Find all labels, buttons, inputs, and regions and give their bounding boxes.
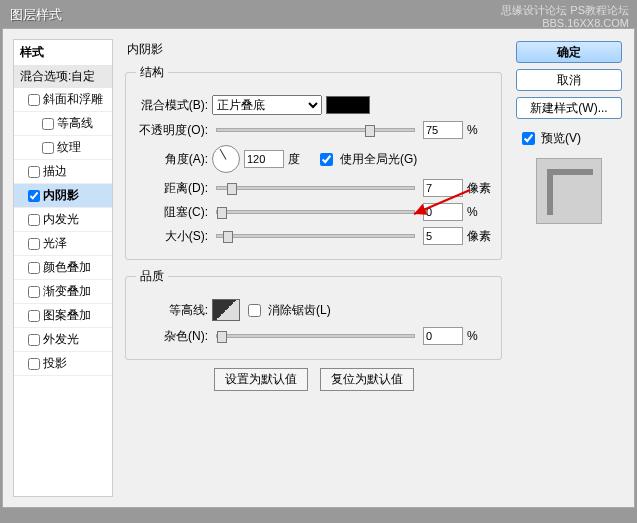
style-checkbox[interactable] xyxy=(28,358,40,370)
noise-label: 杂色(N): xyxy=(136,328,208,345)
opacity-unit: % xyxy=(467,123,491,137)
styles-header[interactable]: 样式 xyxy=(14,40,112,65)
style-checkbox[interactable] xyxy=(28,238,40,250)
angle-dial[interactable] xyxy=(212,145,240,173)
contour-picker[interactable] xyxy=(212,299,240,321)
distance-input[interactable] xyxy=(423,179,463,197)
quality-group: 品质 等高线: 消除锯齿(L) 杂色(N): % xyxy=(125,268,502,360)
distance-unit: 像素 xyxy=(467,180,491,197)
choke-unit: % xyxy=(467,205,491,219)
style-checkbox[interactable] xyxy=(28,94,40,106)
size-input[interactable] xyxy=(423,227,463,245)
opacity-slider[interactable] xyxy=(216,128,415,132)
style-label: 内阴影 xyxy=(43,187,79,204)
choke-slider[interactable] xyxy=(216,210,415,214)
style-item[interactable]: 外发光 xyxy=(14,328,112,352)
choke-label: 阻塞(C): xyxy=(136,204,208,221)
styles-list: 样式 混合选项:自定 斜面和浮雕等高线纹理描边内阴影内发光光泽颜色叠加渐变叠加图… xyxy=(13,39,113,497)
style-item[interactable]: 渐变叠加 xyxy=(14,280,112,304)
style-checkbox[interactable] xyxy=(28,190,40,202)
opacity-label: 不透明度(O): xyxy=(136,122,208,139)
global-light-checkbox[interactable] xyxy=(320,153,333,166)
effect-title: 内阴影 xyxy=(123,39,504,64)
quality-legend: 品质 xyxy=(136,268,168,285)
structure-group: 结构 混合模式(B): 正片叠底 不透明度(O): % 角度(A): 度 xyxy=(125,64,502,260)
style-item[interactable]: 内发光 xyxy=(14,208,112,232)
style-item[interactable]: 斜面和浮雕 xyxy=(14,88,112,112)
style-label: 等高线 xyxy=(57,115,93,132)
color-swatch[interactable] xyxy=(326,96,370,114)
antialias-label: 消除锯齿(L) xyxy=(268,302,331,319)
style-label: 纹理 xyxy=(57,139,81,156)
size-slider[interactable] xyxy=(216,234,415,238)
angle-unit: 度 xyxy=(288,151,312,168)
choke-input[interactable] xyxy=(423,203,463,221)
style-checkbox[interactable] xyxy=(28,334,40,346)
size-label: 大小(S): xyxy=(136,228,208,245)
blend-mode-label: 混合模式(B): xyxy=(136,97,208,114)
reset-default-button[interactable]: 复位为默认值 xyxy=(320,368,414,391)
blending-options[interactable]: 混合选项:自定 xyxy=(14,65,112,88)
angle-label: 角度(A): xyxy=(136,151,208,168)
noise-unit: % xyxy=(467,329,491,343)
noise-slider[interactable] xyxy=(216,334,415,338)
style-item[interactable]: 投影 xyxy=(14,352,112,376)
style-item[interactable]: 颜色叠加 xyxy=(14,256,112,280)
style-checkbox[interactable] xyxy=(42,118,54,130)
style-item[interactable]: 等高线 xyxy=(14,112,112,136)
style-checkbox[interactable] xyxy=(28,166,40,178)
watermark: 思缘设计论坛 PS教程论坛 BBS.16XX8.COM xyxy=(501,4,629,30)
style-label: 光泽 xyxy=(43,235,67,252)
style-item[interactable]: 图案叠加 xyxy=(14,304,112,328)
style-checkbox[interactable] xyxy=(28,310,40,322)
action-column: 确定 取消 新建样式(W)... 预览(V) xyxy=(514,39,624,497)
style-checkbox[interactable] xyxy=(42,142,54,154)
style-label: 内发光 xyxy=(43,211,79,228)
distance-label: 距离(D): xyxy=(136,180,208,197)
preview-thumbnail xyxy=(536,158,602,224)
cancel-button[interactable]: 取消 xyxy=(516,69,622,91)
settings-panel: 内阴影 结构 混合模式(B): 正片叠底 不透明度(O): % 角度(A): xyxy=(117,39,510,497)
style-checkbox[interactable] xyxy=(28,214,40,226)
style-item[interactable]: 描边 xyxy=(14,160,112,184)
structure-legend: 结构 xyxy=(136,64,168,81)
noise-input[interactable] xyxy=(423,327,463,345)
blend-mode-select[interactable]: 正片叠底 xyxy=(212,95,322,115)
style-label: 图案叠加 xyxy=(43,307,91,324)
style-item[interactable]: 纹理 xyxy=(14,136,112,160)
style-checkbox[interactable] xyxy=(28,286,40,298)
dialog-body: 样式 混合选项:自定 斜面和浮雕等高线纹理描边内阴影内发光光泽颜色叠加渐变叠加图… xyxy=(2,28,635,508)
style-label: 外发光 xyxy=(43,331,79,348)
preview-checkbox[interactable] xyxy=(522,132,535,145)
opacity-input[interactable] xyxy=(423,121,463,139)
style-checkbox[interactable] xyxy=(28,262,40,274)
style-item[interactable]: 光泽 xyxy=(14,232,112,256)
new-style-button[interactable]: 新建样式(W)... xyxy=(516,97,622,119)
style-label: 斜面和浮雕 xyxy=(43,91,103,108)
style-item[interactable]: 内阴影 xyxy=(14,184,112,208)
size-unit: 像素 xyxy=(467,228,491,245)
angle-input[interactable] xyxy=(244,150,284,168)
antialias-checkbox[interactable] xyxy=(248,304,261,317)
contour-label: 等高线: xyxy=(136,302,208,319)
style-label: 投影 xyxy=(43,355,67,372)
style-label: 描边 xyxy=(43,163,67,180)
style-label: 颜色叠加 xyxy=(43,259,91,276)
style-label: 渐变叠加 xyxy=(43,283,91,300)
make-default-button[interactable]: 设置为默认值 xyxy=(214,368,308,391)
ok-button[interactable]: 确定 xyxy=(516,41,622,63)
preview-label: 预览(V) xyxy=(541,130,581,147)
distance-slider[interactable] xyxy=(216,186,415,190)
global-light-label: 使用全局光(G) xyxy=(340,151,417,168)
